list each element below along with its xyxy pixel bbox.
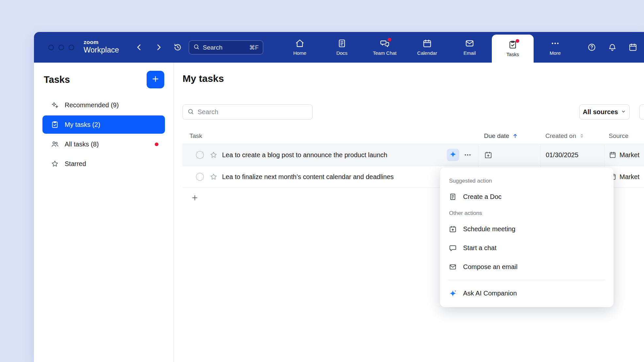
task-title: Lea to finalize next month’s content cal… <box>222 173 394 181</box>
sidebar-item-starred[interactable]: Starred <box>42 155 165 173</box>
nav-more[interactable]: More <box>534 32 576 63</box>
calendar-panel-icon <box>629 47 637 53</box>
plus-icon <box>191 194 199 202</box>
logo-zoom-text: zoom <box>84 39 119 45</box>
column-header-task[interactable]: Task <box>183 128 478 144</box>
all-tasks-notification-dot <box>155 143 158 146</box>
tasks-notification-dot <box>516 39 519 43</box>
suggested-actions-menu: Suggested action Create a Doc Other acti… <box>440 167 614 307</box>
chevron-right-icon <box>154 47 163 53</box>
ai-companion-button[interactable] <box>447 149 459 161</box>
nav-docs[interactable]: Docs <box>321 32 363 63</box>
tasks-icon <box>508 40 517 49</box>
bell-icon <box>608 47 617 53</box>
menu-item-start-chat[interactable]: Start a chat <box>440 238 614 257</box>
my-tasks-icon <box>51 121 59 128</box>
history-clock-icon <box>173 47 182 53</box>
menu-item-schedule-meeting[interactable]: Schedule meeting <box>440 219 614 238</box>
chat-bubble-icon <box>449 244 457 252</box>
sort-toggle-icon <box>579 133 585 139</box>
desktop-background: zoom Workplace Search ⌘F Home <box>0 0 644 362</box>
menu-divider <box>448 280 605 280</box>
created-on-date: 01/30/2025 <box>546 151 578 159</box>
nav-tasks-active-tab[interactable]: Tasks <box>492 35 534 63</box>
column-header-created-on[interactable]: Created on <box>540 128 604 144</box>
notifications-button[interactable] <box>608 43 617 52</box>
table-header-row: Task Due date Created on Source <box>183 128 644 144</box>
task-complete-checkbox[interactable] <box>196 151 204 159</box>
task-search-field <box>183 104 313 120</box>
nav-team-chat[interactable]: Team Chat <box>363 32 406 63</box>
team-chat-notification-dot <box>388 38 391 41</box>
window-controls <box>48 45 74 50</box>
star-icon[interactable] <box>210 151 217 159</box>
window-maximize-button[interactable] <box>69 45 74 50</box>
new-task-button[interactable] <box>147 71 164 88</box>
docs-icon <box>337 39 346 48</box>
sidebar-item-label: Starred <box>65 160 86 168</box>
column-header-source[interactable]: Source <box>604 128 644 144</box>
sources-filter-label: All sources <box>583 108 618 116</box>
calendar-panel-button[interactable] <box>629 43 637 52</box>
clipped-toolbar-button[interactable] <box>639 104 644 120</box>
calendar-plus-icon <box>449 225 457 233</box>
task-search-input[interactable] <box>198 108 308 116</box>
doc-icon <box>449 193 457 201</box>
sparkles-icon <box>51 101 59 109</box>
source-name: Market <box>620 151 639 159</box>
menu-section-label: Suggested action <box>440 174 614 187</box>
nav-home[interactable]: Home <box>279 32 321 63</box>
sidebar-item-label: All tasks (8) <box>65 141 99 148</box>
sidebar-item-label: Recommended (9) <box>65 101 119 109</box>
source-doc-icon <box>609 151 616 158</box>
calendar-plus-icon <box>484 154 492 160</box>
task-title: Lea to create a blog post to announce th… <box>222 151 387 159</box>
email-icon <box>465 39 474 48</box>
star-icon <box>51 160 59 168</box>
column-header-due-date[interactable]: Due date <box>478 128 540 144</box>
source-name: Market <box>620 173 639 181</box>
global-search-label: Search <box>203 44 222 51</box>
tasks-sidebar: Tasks Recommended (9) My tasks (2) All t… <box>34 63 174 362</box>
zoom-workplace-window: zoom Workplace Search ⌘F Home <box>34 32 644 362</box>
ai-sparkle-icon <box>449 290 457 297</box>
sidebar-title: Tasks <box>44 74 70 85</box>
star-icon[interactable] <box>210 173 217 181</box>
email-icon <box>449 263 457 271</box>
task-complete-checkbox[interactable] <box>196 173 204 181</box>
history-button[interactable] <box>173 43 182 52</box>
home-icon <box>295 39 304 48</box>
search-icon <box>193 44 200 51</box>
nav-calendar[interactable]: Calendar <box>406 32 448 63</box>
help-icon <box>588 47 596 53</box>
forward-button[interactable] <box>154 43 163 52</box>
chevron-down-icon <box>621 108 626 116</box>
ellipsis-icon <box>464 154 472 160</box>
menu-item-ask-ai-companion[interactable]: Ask AI Companion <box>440 284 614 303</box>
nav-email[interactable]: Email <box>448 32 491 63</box>
sidebar-nav: Recommended (9) My tasks (2) All tasks (… <box>34 88 173 173</box>
sidebar-item-label: My tasks (2) <box>65 121 100 128</box>
sources-filter-dropdown[interactable]: All sources <box>579 104 630 120</box>
search-icon <box>187 108 194 116</box>
page-title: My tasks <box>183 73 224 84</box>
menu-item-create-doc[interactable]: Create a Doc <box>440 187 614 206</box>
sort-ascending-icon <box>512 133 518 139</box>
row-more-actions-button[interactable] <box>464 151 472 159</box>
global-search[interactable]: Search ⌘F <box>189 40 263 54</box>
sidebar-item-all-tasks[interactable]: All tasks (8) <box>42 135 165 153</box>
global-search-shortcut: ⌘F <box>249 44 259 51</box>
menu-section-label: Other actions <box>440 206 614 219</box>
task-row[interactable]: Lea to create a blog post to announce th… <box>183 144 644 166</box>
menu-item-compose-email[interactable]: Compose an email <box>440 257 614 276</box>
back-button[interactable] <box>135 43 144 52</box>
people-icon <box>51 140 59 148</box>
more-ellipsis-icon <box>551 39 560 48</box>
window-minimize-button[interactable] <box>58 45 64 50</box>
ai-sparkle-icon <box>449 151 457 159</box>
help-button[interactable] <box>588 43 596 52</box>
sidebar-item-my-tasks[interactable]: My tasks (2) <box>42 115 165 134</box>
sidebar-item-recommended[interactable]: Recommended (9) <box>42 96 165 114</box>
add-due-date-button[interactable] <box>484 151 492 159</box>
window-close-button[interactable] <box>48 45 54 50</box>
